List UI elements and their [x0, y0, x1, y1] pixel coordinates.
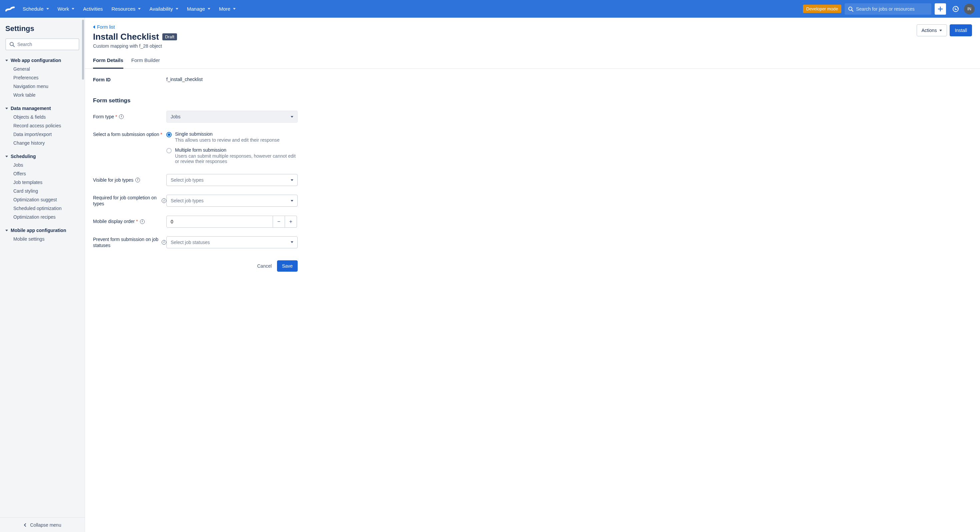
- form-settings-heading: Form settings: [93, 97, 972, 104]
- nav-item-schedule[interactable]: Schedule: [19, 4, 53, 14]
- sidebar-item[interactable]: Offers: [13, 170, 80, 177]
- page-subtitle: Custom mapping with f_28 object: [93, 43, 917, 49]
- chevron-down-icon: [5, 108, 8, 109]
- stepper-increment[interactable]: +: [285, 216, 297, 228]
- sidebar-item[interactable]: Job templates: [13, 179, 80, 186]
- sidebar-item[interactable]: General: [13, 66, 80, 72]
- display-order-label: Mobile display order *: [93, 218, 166, 225]
- logo-icon: [5, 6, 15, 12]
- sidebar-item[interactable]: Change history: [13, 140, 80, 147]
- visible-types-select[interactable]: Select job types: [166, 174, 298, 186]
- cancel-button[interactable]: Cancel: [257, 263, 272, 269]
- refresh-icon[interactable]: [950, 3, 961, 15]
- settings-sidebar: Settings Web app configurationGeneralPre…: [0, 18, 85, 532]
- top-nav: ScheduleWorkActivitiesResourcesAvailabil…: [0, 0, 980, 18]
- required-types-select[interactable]: Select job types: [166, 195, 298, 207]
- nav-item-label: Resources: [111, 6, 135, 12]
- sidebar-scrollbar[interactable]: [81, 18, 85, 517]
- avatar[interactable]: IN: [964, 4, 975, 14]
- visible-types-label: Visible for job types: [93, 177, 166, 183]
- radio-desc: Users can submit multiple responses, how…: [175, 153, 298, 164]
- sidebar-item[interactable]: Jobs: [13, 162, 80, 168]
- sidebar-item[interactable]: Data import/export: [13, 131, 80, 138]
- sidebar-section-title: Mobile app configuration: [11, 228, 66, 233]
- add-button[interactable]: [935, 3, 946, 15]
- sidebar-search-input[interactable]: [18, 41, 75, 47]
- nav-item-resources[interactable]: Resources: [107, 4, 145, 14]
- sidebar-section-header[interactable]: Web app configuration: [5, 58, 80, 63]
- form-type-select[interactable]: Jobs: [166, 111, 298, 123]
- sidebar-section-title: Data management: [11, 106, 51, 111]
- sidebar-section-header[interactable]: Scheduling: [5, 154, 80, 159]
- tab-form-details[interactable]: Form Details: [93, 57, 123, 68]
- sidebar-section-header[interactable]: Mobile app configuration: [5, 228, 80, 233]
- save-button-label: Save: [282, 263, 293, 269]
- radio-title: Multiple form submission: [175, 147, 298, 153]
- info-icon[interactable]: [119, 114, 124, 119]
- sidebar-item[interactable]: Scheduled optimization: [13, 205, 80, 212]
- install-button[interactable]: Install: [950, 24, 972, 36]
- nav-item-label: Manage: [187, 6, 205, 12]
- sidebar-item[interactable]: Optimization recipes: [13, 213, 80, 220]
- display-order-input[interactable]: [166, 216, 273, 228]
- sidebar-item[interactable]: Navigation menu: [13, 83, 80, 90]
- info-icon[interactable]: [162, 240, 166, 245]
- tab-form-builder[interactable]: Form Builder: [131, 57, 160, 68]
- submission-option-label: Select a form submission option *: [93, 131, 166, 137]
- sidebar-section-header[interactable]: Data management: [5, 106, 80, 111]
- chevron-down-icon: [939, 30, 942, 31]
- radio-option[interactable]: Multiple form submissionUsers can submit…: [166, 147, 298, 164]
- prevent-statuses-select[interactable]: Select job statuses: [166, 236, 298, 248]
- chevron-down-icon: [46, 8, 49, 10]
- chevron-down-icon: [72, 8, 74, 10]
- nav-item-more[interactable]: More: [215, 4, 240, 14]
- radio-option[interactable]: Single submissionThis allows users to re…: [166, 131, 298, 143]
- stepper-decrement[interactable]: −: [273, 216, 285, 228]
- nav-item-label: More: [219, 6, 230, 12]
- nav-item-work[interactable]: Work: [54, 4, 79, 14]
- global-search-input[interactable]: [856, 6, 928, 12]
- prevent-statuses-placeholder: Select job statuses: [171, 240, 210, 245]
- sidebar-item[interactable]: Preferences: [13, 74, 80, 81]
- breadcrumb-link[interactable]: Form list: [93, 24, 115, 30]
- info-icon[interactable]: [162, 198, 166, 203]
- chevron-down-icon: [291, 116, 293, 118]
- sidebar-item[interactable]: Objects & fields: [13, 114, 80, 120]
- developer-mode-badge[interactable]: Developer mode: [803, 5, 842, 13]
- info-icon[interactable]: [140, 219, 145, 224]
- status-badge: Draft: [162, 33, 177, 40]
- nav-items: ScheduleWorkActivitiesResourcesAvailabil…: [19, 4, 240, 14]
- chevron-left-icon: [23, 523, 27, 527]
- sidebar-item[interactable]: Card styling: [13, 188, 80, 194]
- info-icon[interactable]: [135, 178, 140, 182]
- sidebar-item[interactable]: Record access policies: [13, 122, 80, 129]
- chevron-down-icon: [208, 8, 210, 10]
- nav-item-label: Availability: [150, 6, 173, 12]
- sidebar-item[interactable]: Mobile settings: [13, 236, 80, 242]
- actions-button-label: Actions: [922, 28, 937, 33]
- main-content: Form list Install Checklist Draft Custom…: [85, 18, 980, 532]
- page-title: Install Checklist: [93, 32, 159, 42]
- actions-button[interactable]: Actions: [917, 24, 947, 36]
- sidebar-section-title: Scheduling: [11, 154, 36, 159]
- collapse-menu-label: Collapse menu: [30, 522, 61, 528]
- sidebar-item[interactable]: Optimization suggest: [13, 196, 80, 203]
- radio-icon: [166, 148, 172, 153]
- form-type-value: Jobs: [171, 114, 181, 119]
- breadcrumb-label: Form list: [97, 24, 115, 30]
- nav-item-activities[interactable]: Activities: [79, 4, 107, 14]
- chevron-down-icon: [291, 200, 293, 202]
- sidebar-search[interactable]: [5, 38, 80, 50]
- collapse-menu-button[interactable]: Collapse menu: [0, 517, 85, 532]
- form-id-label: Form ID: [93, 76, 166, 83]
- tabs: Form DetailsForm Builder: [85, 57, 980, 68]
- prevent-statuses-label: Prevent form submission on job statuses: [93, 236, 166, 248]
- install-button-label: Install: [955, 28, 967, 33]
- nav-item-manage[interactable]: Manage: [183, 4, 214, 14]
- save-button[interactable]: Save: [277, 260, 298, 272]
- global-search[interactable]: [845, 3, 931, 15]
- sidebar-item[interactable]: Work table: [13, 92, 80, 98]
- radio-icon: [166, 132, 172, 137]
- chevron-down-icon: [291, 179, 293, 181]
- nav-item-availability[interactable]: Availability: [145, 4, 182, 14]
